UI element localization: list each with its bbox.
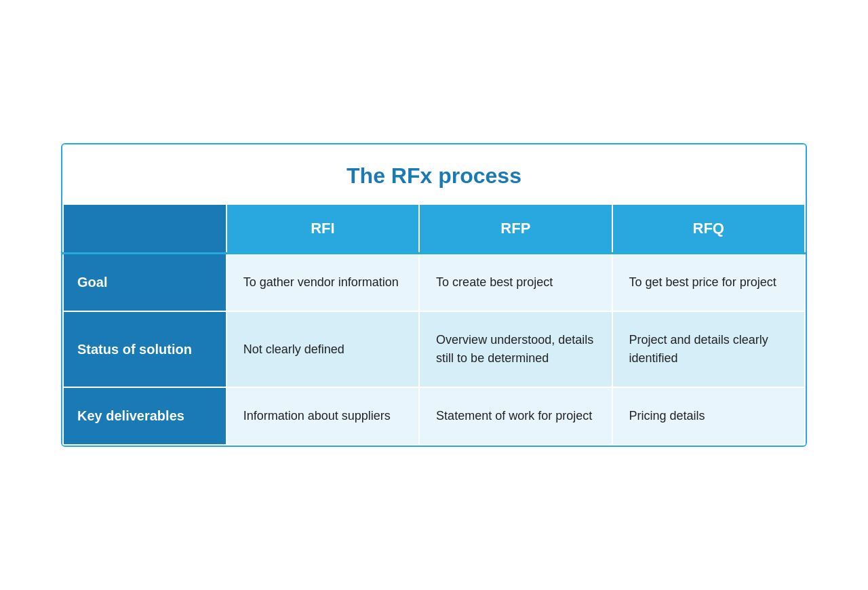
header-rfp: RFP [419,204,612,254]
table-row: Key deliverables Information about suppl… [63,387,805,445]
page-title: The RFx process [76,163,792,189]
header-empty-cell [63,204,226,254]
status-rfp: Overview understood, details still to be… [419,311,612,387]
status-rfq: Project and details clearly identified [612,311,805,387]
row-label-deliverables: Key deliverables [63,387,226,445]
deliverables-rfp: Statement of work for project [419,387,612,445]
goal-rfi: To gather vendor information [226,254,419,312]
status-rfi: Not clearly defined [226,311,419,387]
table-row: Status of solution Not clearly defined O… [63,311,805,387]
header-rfi: RFI [226,204,419,254]
table-header-row: RFI RFP RFQ [63,204,805,254]
deliverables-rfq: Pricing details [612,387,805,445]
title-section: The RFx process [62,144,806,203]
header-rfq: RFQ [612,204,805,254]
rfx-table-container: The RFx process RFI RFP RFQ Goal To gath… [61,143,807,447]
goal-rfp: To create best project [419,254,612,312]
deliverables-rfi: Information about suppliers [226,387,419,445]
row-label-status: Status of solution [63,311,226,387]
table-row: Goal To gather vendor information To cre… [63,254,805,312]
goal-rfq: To get best price for project [612,254,805,312]
rfx-table: RFI RFP RFQ Goal To gather vendor inform… [62,203,806,446]
row-label-goal: Goal [63,254,226,312]
